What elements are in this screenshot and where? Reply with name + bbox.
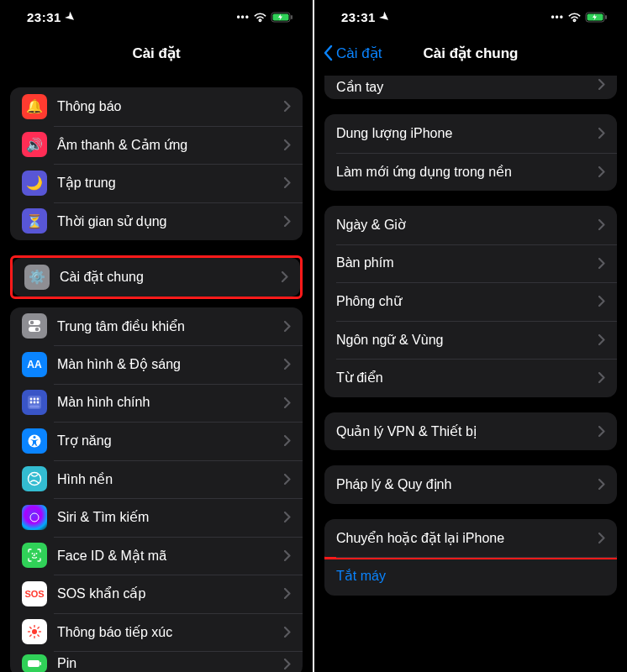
svg-point-21: [32, 629, 37, 634]
location-arrow-icon: ➤: [377, 9, 393, 25]
row-accessibility[interactable]: Trợ năng: [10, 422, 303, 460]
group-vpn: Quản lý VPN & Thiết bị: [324, 412, 617, 451]
chevron-right-icon: [284, 512, 291, 522]
chevron-right-icon: [284, 177, 291, 188]
group-storage: Dung lượng iPhone Làm mới ứng dụng trong…: [324, 114, 617, 191]
page-title: Cài đặt: [132, 45, 180, 62]
settings-group-notifications: 🔔Thông báo 🔊Âm thanh & Cảm ứng 🌙Tập trun…: [10, 87, 303, 240]
row-vpn[interactable]: Quản lý VPN & Thiết bị: [324, 412, 617, 451]
signal-icon: [551, 9, 564, 24]
nav-bar: Cài đặt: [0, 34, 313, 72]
svg-rect-14: [29, 406, 40, 408]
row-sos[interactable]: SOSSOS khẩn cấp: [10, 575, 303, 613]
svg-rect-30: [28, 660, 40, 667]
chevron-right-icon: [284, 216, 291, 227]
general-settings-screen: 23:31 ➤ Cài đặt Cài đặt chung Cần tay Du…: [314, 0, 627, 672]
row-keyboard[interactable]: Bàn phím: [324, 244, 617, 283]
group-locale: Ngày & Giờ Bàn phím Phông chữ Ngôn ngữ &…: [324, 206, 617, 397]
chevron-right-icon: [284, 659, 291, 669]
row-thoi-gian[interactable]: ⏳Thời gian sử dụng: [10, 202, 303, 241]
siri-icon: [22, 505, 47, 530]
row-transfer-reset[interactable]: Chuyển hoặc đặt lại iPhone: [324, 519, 617, 558]
focus-icon: 🌙: [22, 171, 47, 196]
row-fonts[interactable]: Phông chữ: [324, 282, 617, 321]
svg-line-27: [38, 635, 40, 637]
row-cai-dat-chung[interactable]: ⚙️Cài đặt chung: [13, 258, 300, 297]
chevron-right-icon: [284, 627, 291, 638]
row-am-thanh[interactable]: 🔊Âm thanh & Cảm ứng: [10, 126, 303, 165]
svg-point-5: [30, 321, 34, 324]
row-exposure[interactable]: Thông báo tiếp xúc: [10, 613, 303, 652]
chevron-right-icon: [284, 550, 291, 561]
chevron-right-icon: [284, 359, 291, 370]
group-cut-top: Cần tay: [324, 76, 617, 99]
chevron-right-icon: [598, 219, 605, 230]
row-homescreen[interactable]: Màn hình chính: [10, 384, 303, 423]
chevron-right-icon: [598, 426, 605, 437]
back-label: Cài đặt: [336, 45, 382, 62]
status-bar: 23:31 ➤: [0, 0, 313, 34]
back-button[interactable]: Cài đặt: [323, 45, 382, 62]
svg-point-13: [37, 402, 40, 404]
row-faceid[interactable]: Face ID & Mật mã: [10, 537, 303, 575]
chevron-right-icon: [284, 588, 291, 599]
status-time: 23:31 ➤: [341, 10, 390, 24]
row-thong-bao[interactable]: 🔔Thông báo: [10, 87, 303, 126]
chevron-left-icon: [323, 45, 333, 61]
row-dung-luong[interactable]: Dung lượng iPhone: [324, 114, 617, 153]
nav-bar: Cài đặt Cài đặt chung: [314, 34, 627, 72]
svg-point-10: [37, 398, 40, 401]
row-siri[interactable]: Siri & Tìm kiếm: [10, 498, 303, 537]
sound-icon: 🔊: [22, 132, 47, 157]
screentime-icon: ⏳: [22, 208, 47, 234]
location-arrow-icon: ➤: [63, 9, 78, 25]
display-icon: AA: [22, 352, 47, 377]
sos-icon: SOS: [22, 581, 47, 606]
svg-rect-31: [40, 662, 42, 665]
wallpaper-icon: [22, 466, 47, 491]
row-background-refresh[interactable]: Làm mới ứng dụng trong nền: [324, 153, 617, 192]
chevron-right-icon: [284, 435, 291, 446]
exposure-icon: [22, 619, 47, 644]
general-icon: ⚙️: [24, 265, 50, 290]
signal-icon: [236, 9, 250, 24]
svg-rect-34: [605, 15, 607, 19]
row-display[interactable]: AAMàn hình & Độ sáng: [10, 345, 303, 384]
chevron-right-icon: [598, 258, 605, 269]
faceid-icon: [22, 543, 47, 568]
svg-point-9: [34, 398, 36, 401]
chevron-right-icon: [598, 166, 605, 177]
settings-group-general: Trung tâm điều khiển AAMàn hình & Độ sán…: [10, 307, 303, 673]
row-legal[interactable]: Pháp lý & Quy định: [324, 465, 617, 504]
chevron-right-icon: [598, 533, 605, 543]
row-tap-trung[interactable]: 🌙Tập trung: [10, 164, 303, 202]
chevron-right-icon: [598, 479, 605, 490]
chevron-right-icon: [284, 397, 291, 408]
status-right: [551, 9, 609, 24]
row-pin[interactable]: Pin: [10, 651, 303, 672]
svg-line-28: [38, 627, 40, 629]
wifi-icon: [567, 12, 582, 23]
chevron-right-icon: [284, 474, 291, 485]
row-shutdown[interactable]: Tắt máy: [324, 557, 617, 596]
svg-point-19: [32, 553, 34, 554]
general-list[interactable]: Cần tay Dung lượng iPhone Làm mới ứng dụ…: [314, 72, 627, 672]
svg-line-26: [29, 627, 31, 629]
row-wallpaper[interactable]: Hình nền: [10, 460, 303, 499]
row-control-center[interactable]: Trung tâm điều khiển: [10, 307, 303, 346]
chevron-right-icon: [284, 321, 291, 332]
chevron-right-icon: [598, 128, 605, 139]
settings-list[interactable]: 🔔Thông báo 🔊Âm thanh & Cảm ứng 🌙Tập trun…: [0, 72, 313, 672]
notification-icon: 🔔: [22, 94, 47, 119]
row-dictionary[interactable]: Từ điển: [324, 359, 617, 397]
row-language[interactable]: Ngôn ngữ & Vùng: [324, 321, 617, 360]
row-can-tay[interactable]: Cần tay: [324, 76, 617, 99]
battery-icon: [585, 12, 609, 23]
status-bar: 23:31 ➤: [314, 0, 627, 34]
accessibility-icon: [22, 428, 47, 454]
battery-icon: [271, 12, 294, 23]
svg-point-17: [29, 473, 41, 486]
svg-point-11: [30, 402, 33, 404]
chevron-right-icon: [284, 139, 291, 150]
row-date-time[interactable]: Ngày & Giờ: [324, 206, 617, 244]
